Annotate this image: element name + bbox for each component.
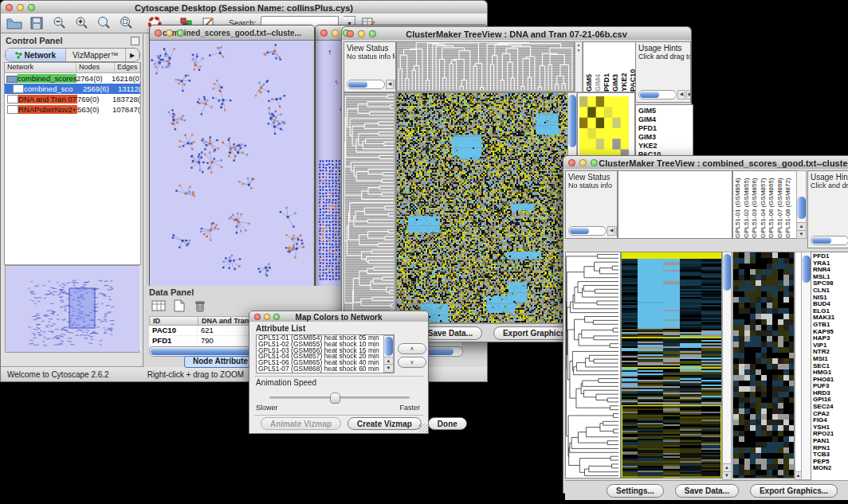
open-file-icon[interactable] — [6, 15, 23, 31]
new-attribute-icon[interactable] — [171, 299, 187, 313]
tv2-column-label[interactable]: GPL51-01 (GSM854) — [734, 171, 743, 238]
move-up-button[interactable]: ∧ — [398, 343, 426, 354]
window-controls[interactable] — [6, 4, 35, 11]
tv2-button[interactable]: Save Data... — [675, 484, 739, 498]
treeview2-body: View Status No status info ◀▶ GPL51-01 (… — [563, 169, 848, 494]
zoom-in-icon[interactable] — [73, 15, 90, 31]
delete-attribute-icon[interactable] — [192, 299, 208, 313]
zoom-fit-icon[interactable] — [95, 15, 112, 31]
tv2-column-label[interactable]: GPL51-03 (GSM856) — [751, 171, 760, 238]
control-panel-title: Control Panel — [6, 36, 63, 45]
tv2-button[interactable]: Settings... — [607, 484, 664, 498]
tv2-zoom-heatmap[interactable] — [732, 252, 795, 479]
gene-label[interactable]: GIM4 — [638, 115, 693, 124]
tv2-column-label[interactable]: GPL51-08 (GSM872) — [784, 171, 793, 238]
tv1-status-scrollbar[interactable]: ◀▶ — [347, 80, 396, 89]
zoom-icon[interactable] — [273, 314, 280, 320]
tv2-heatmap-vscrollbar[interactable]: ▲▼ — [722, 252, 732, 480]
attribute-list-scrollbar[interactable]: ▲▼ — [383, 335, 394, 373]
minimize-icon[interactable] — [17, 4, 24, 11]
network-list-row[interactable]: combined_scores 2764(0) 16218(0) — [5, 73, 140, 84]
gene-label[interactable]: MON2 — [813, 465, 848, 472]
tv2-usage-scrollbar[interactable]: ◀▶ — [811, 236, 848, 245]
network-list-row[interactable]: DNA and Tran 07 769(0) 183728(0) — [5, 94, 140, 104]
tv2-view-status-panel: View Status No status info ◀▶ — [565, 170, 618, 239]
network-view-window-1: combined_scores_good.txt--cluste... — [149, 25, 315, 287]
network-view-1-titlebar[interactable]: combined_scores_good.txt--cluste... — [150, 25, 314, 41]
attr-col-id[interactable]: ID — [149, 316, 198, 326]
treeview2-title: ClusterMaker TreeView : combined_scores_… — [563, 158, 848, 168]
status-welcome: Welcome to Cytoscape 2.6.2 — [7, 370, 109, 379]
gene-label[interactable]: GIM5 — [638, 107, 693, 115]
move-down-button[interactable]: ∨ — [398, 357, 426, 368]
dialog-button[interactable]: Animate Vizmap — [261, 417, 341, 430]
resize-grip[interactable] — [418, 424, 427, 432]
close-icon[interactable] — [568, 159, 575, 166]
dialog-button[interactable]: Create Vizmap — [347, 417, 422, 430]
tv2-labels-vscrollbar[interactable]: ▲▼ — [796, 170, 807, 239]
zoom-icon[interactable] — [369, 30, 376, 37]
main-window-title: Cytoscape Desktop (Session Name: collins… — [1, 3, 487, 13]
minimize-icon[interactable] — [358, 30, 365, 37]
tv2-button[interactable]: Export Graphics... — [750, 484, 838, 498]
tab-network[interactable]: Network — [6, 49, 66, 61]
close-icon[interactable] — [254, 314, 261, 320]
tab-vizmapper[interactable]: VizMapper™ — [66, 49, 127, 61]
network-overview-canvas[interactable] — [6, 266, 139, 350]
tv2-column-label[interactable]: GPL51-04 (GSM857) — [760, 171, 768, 238]
tv1-column-dendrogram[interactable] — [396, 41, 575, 92]
float-panel-icon[interactable] — [131, 37, 139, 45]
zoom-out-icon[interactable] — [50, 15, 68, 31]
save-icon[interactable] — [28, 15, 45, 31]
minimize-icon[interactable] — [166, 29, 173, 37]
tv1-heatmap[interactable] — [396, 92, 568, 323]
close-icon[interactable] — [320, 29, 328, 37]
network-view-1-canvas[interactable] — [150, 41, 312, 286]
tv1-column-label[interactable]: GIM4 — [594, 42, 602, 92]
tv1-column-label[interactable]: YKE2 — [620, 42, 628, 92]
tv1-column-label[interactable]: PFD1 — [603, 42, 610, 92]
tv2-column-label[interactable]: GPL51-07 (GSM868) — [776, 171, 785, 238]
tv1-usage-scrollbar[interactable]: ◀▶ — [638, 90, 691, 100]
control-panel: Control Panel Network VizMapper™ ▶ Netwo… — [2, 34, 143, 367]
gene-label[interactable]: PFD1 — [638, 124, 693, 133]
minimize-icon[interactable] — [579, 159, 587, 166]
close-icon[interactable] — [347, 30, 354, 37]
tv1-zoom-thumbnail[interactable] — [579, 96, 629, 160]
network-list-row[interactable]: RNAPuberNov2+I 563(0) 107847(0) — [5, 104, 140, 115]
tv1-mini-scroll-arrows[interactable]: ▲▼ — [575, 41, 583, 92]
birds-eye-view[interactable] — [5, 265, 139, 353]
network-list-row[interactable]: combined_sco 2569(6) 13112(15) — [5, 84, 140, 94]
attribute-select-icon[interactable] — [151, 299, 167, 313]
tv2-column-label[interactable]: GPL51-02 (GSM855) — [743, 171, 752, 238]
tv1-row-dendrogram[interactable] — [344, 92, 396, 323]
animation-speed-label: Animation Speed — [256, 378, 316, 387]
close-icon[interactable] — [6, 4, 13, 11]
tv2-heatmap[interactable] — [621, 252, 722, 479]
zoom-region-icon[interactable] — [117, 15, 135, 31]
gene-label[interactable]: GIM3 — [638, 133, 693, 142]
control-panel-tabs: Network VizMapper™ ▶ — [5, 48, 140, 62]
attribute-list: GPL51-01 (GSM854) heat shock 05 minGPL51… — [256, 334, 395, 373]
tv1-column-label[interactable]: GIM3 — [611, 42, 619, 92]
animation-slider-thumb[interactable] — [330, 393, 340, 404]
tv2-button-row: Settings...Save Data...Export Graphics..… — [565, 480, 848, 500]
tab-overflow-arrow[interactable]: ▶ — [126, 49, 139, 61]
close-icon[interactable] — [155, 29, 162, 37]
gene-label[interactable]: YKE2 — [638, 142, 693, 150]
zoom-icon[interactable] — [177, 29, 184, 37]
tv2-row-dendrogram[interactable] — [565, 252, 621, 479]
minimize-icon[interactable] — [264, 314, 270, 320]
attribute-item[interactable]: GPL51-07 (GSM868) heat shock 60 min — [257, 366, 394, 373]
treeview-window-2: ClusterMaker TreeView : combined_scores_… — [563, 155, 848, 494]
network-row-icon — [7, 95, 18, 104]
tv2-column-label[interactable]: GPL51-06 (GSM865) — [768, 171, 776, 238]
tv2-status-scrollbar[interactable]: ◀▶ — [568, 226, 618, 236]
dialog-button[interactable]: Done — [428, 417, 467, 430]
network-list-header[interactable]: Network Nodes Edges — [5, 63, 140, 73]
zoom-icon[interactable] — [28, 4, 35, 11]
minimize-icon[interactable] — [332, 29, 339, 37]
tv1-column-label[interactable]: GIM5 — [585, 42, 593, 92]
zoom-icon[interactable] — [591, 159, 598, 166]
tv2-column-tree-area[interactable] — [618, 170, 732, 239]
